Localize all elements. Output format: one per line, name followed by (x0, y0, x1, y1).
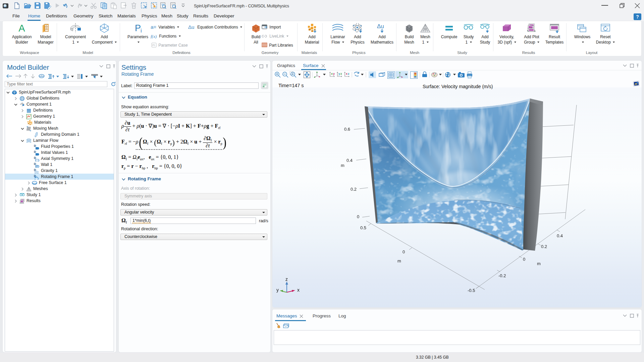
svg-text:m: m (341, 163, 344, 168)
svg-text:z: z (348, 72, 350, 75)
svg-text:y: y (276, 287, 279, 293)
svg-text:0: 0 (402, 249, 405, 254)
svg-text:Pi: Pi (152, 44, 155, 47)
svg-text:i: i (141, 28, 142, 33)
svg-text:0.4: 0.4 (346, 158, 353, 163)
svg-text:-0.5: -0.5 (468, 288, 475, 293)
svg-text:P: P (135, 23, 141, 33)
svg-text:D: D (34, 150, 36, 154)
svg-text:0: 0 (357, 214, 359, 219)
svg-text:Δu: Δu (377, 23, 384, 29)
svg-text:Δu: Δu (188, 24, 194, 29)
svg-text:x: x (346, 72, 347, 75)
svg-text:0.4: 0.4 (557, 233, 563, 238)
svg-text:x: x (297, 287, 300, 293)
svg-text:0: 0 (523, 257, 525, 262)
svg-text:A: A (18, 23, 25, 33)
svg-text:m: m (537, 261, 541, 266)
svg-text:D: D (34, 144, 36, 147)
svg-text:z: z (285, 277, 288, 282)
svg-text:0.5: 0.5 (360, 225, 366, 230)
svg-text:x: x (331, 72, 333, 75)
svg-text:0.2: 0.2 (541, 244, 547, 249)
svg-text:y: y (338, 72, 340, 75)
svg-text:a=: a= (151, 25, 156, 29)
svg-text:0.2: 0.2 (351, 187, 357, 192)
svg-text:0.6: 0.6 (344, 127, 350, 132)
svg-text:m: m (397, 258, 401, 263)
svg-text:y: y (333, 72, 335, 75)
svg-text:f(x): f(x) (151, 34, 157, 39)
svg-text:-0.2: -0.2 (498, 273, 506, 278)
svg-text:z: z (340, 72, 342, 75)
